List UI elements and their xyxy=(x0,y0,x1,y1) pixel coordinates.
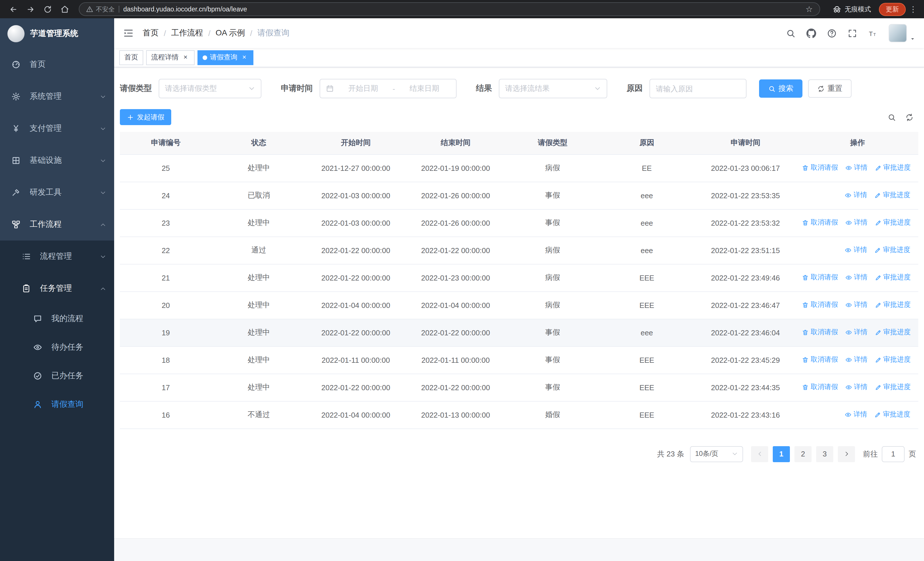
detail-link[interactable]: 详情 xyxy=(845,191,867,200)
progress-link[interactable]: 审批进度 xyxy=(874,218,910,228)
sidebar-item-task-mgmt[interactable]: 任务管理 xyxy=(0,272,114,304)
table-row[interactable]: 17 处理中 2022-01-22 00:00:00 2022-01-22 00… xyxy=(120,374,918,401)
progress-link[interactable]: 审批进度 xyxy=(874,382,910,392)
browser-menu-icon[interactable]: ⋮ xyxy=(908,5,918,14)
toggle-search-icon[interactable] xyxy=(888,113,896,122)
search-button[interactable]: 搜索 xyxy=(759,80,802,98)
table-row[interactable]: 24 已取消 2022-01-03 00:00:00 2022-01-26 00… xyxy=(120,182,918,209)
progress-link[interactable]: 审批进度 xyxy=(874,355,910,365)
cell-end: 2022-01-19 00:00:00 xyxy=(406,154,506,182)
page-button-1[interactable]: 1 xyxy=(773,446,790,462)
close-icon[interactable]: × xyxy=(240,53,248,62)
page-button-2[interactable]: 2 xyxy=(795,446,812,462)
cancel-leave-link[interactable]: 取消请假 xyxy=(802,163,838,173)
url-text[interactable]: dashboard.yudao.iocoder.cn/bpm/oa/leave xyxy=(123,6,802,12)
forward-icon[interactable] xyxy=(23,2,38,16)
sidebar-item-devtools[interactable]: 研发工具 xyxy=(0,176,114,209)
hamburger-icon[interactable] xyxy=(114,18,142,48)
progress-link[interactable]: 审批进度 xyxy=(874,300,910,310)
page-size-select[interactable]: 10条/页 xyxy=(690,446,743,462)
progress-link[interactable]: 审批进度 xyxy=(874,410,910,420)
table-row[interactable]: 22 通过 2022-01-22 00:00:00 2022-01-22 00:… xyxy=(120,236,918,264)
sidebar-item-leave-query[interactable]: 请假查询 xyxy=(0,390,114,419)
close-icon[interactable]: × xyxy=(182,53,189,62)
cancel-leave-link[interactable]: 取消请假 xyxy=(802,300,838,310)
filter-reason: 原因 xyxy=(627,79,747,98)
breadcrumb-item-workflow[interactable]: 工作流程 xyxy=(171,28,203,38)
avatar[interactable] xyxy=(889,24,907,42)
sidebar-item-todo-tasks[interactable]: 待办任务 xyxy=(0,333,114,362)
cancel-leave-link[interactable]: 取消请假 xyxy=(802,355,838,365)
cancel-leave-link[interactable]: 取消请假 xyxy=(802,273,838,283)
sidebar-item-workflow[interactable]: 工作流程 xyxy=(0,209,114,241)
detail-link[interactable]: 详情 xyxy=(845,163,867,173)
github-icon[interactable] xyxy=(801,23,821,44)
detail-link[interactable]: 详情 xyxy=(845,273,867,283)
cell-apply: 2022-01-22 23:46:47 xyxy=(694,291,797,319)
leave-type-select[interactable]: 请选择请假类型 xyxy=(159,79,261,98)
progress-link[interactable]: 审批进度 xyxy=(874,328,910,337)
detail-link[interactable]: 详情 xyxy=(845,328,867,337)
detail-link[interactable]: 详情 xyxy=(845,355,867,365)
address-bar[interactable]: 不安全 dashboard.yudao.iocoder.cn/bpm/oa/le… xyxy=(79,2,820,16)
fullscreen-icon[interactable] xyxy=(842,23,862,44)
tab-leave-query[interactable]: 请假查询× xyxy=(198,50,254,65)
breadcrumb-item-oa[interactable]: OA 示例 xyxy=(216,28,245,38)
detail-link[interactable]: 详情 xyxy=(845,410,867,420)
sidebar-item-system[interactable]: 系统管理 xyxy=(0,81,114,113)
detail-link[interactable]: 详情 xyxy=(845,245,867,255)
cancel-leave-link[interactable]: 取消请假 xyxy=(802,382,838,392)
security-warning[interactable]: 不安全 xyxy=(86,5,115,14)
detail-label: 详情 xyxy=(854,245,867,255)
table-row[interactable]: 16 不通过 2022-01-04 00:00:00 2022-01-13 00… xyxy=(120,401,918,429)
sidebar-item-label: 我的流程 xyxy=(51,314,106,324)
progress-link[interactable]: 审批进度 xyxy=(874,191,910,200)
refresh-table-icon[interactable] xyxy=(905,113,914,122)
back-icon[interactable] xyxy=(6,2,21,16)
progress-link[interactable]: 审批进度 xyxy=(874,245,910,255)
sidebar-logo[interactable]: 芋道管理系统 xyxy=(0,18,114,48)
cancel-leave-link[interactable]: 取消请假 xyxy=(802,328,838,337)
cell-apply: 2022-01-22 23:51:15 xyxy=(694,236,797,264)
table-row[interactable]: 18 处理中 2022-01-11 00:00:00 2022-01-11 00… xyxy=(120,346,918,374)
table-row[interactable]: 25 处理中 2021-12-27 00:00:00 2022-01-19 00… xyxy=(120,154,918,182)
browser-update-button[interactable]: 更新 xyxy=(879,3,906,16)
tab-home[interactable]: 首页 xyxy=(119,50,143,65)
cancel-leave-link[interactable]: 取消请假 xyxy=(802,218,838,228)
create-leave-button[interactable]: 发起请假 xyxy=(120,109,171,125)
user-menu[interactable] xyxy=(889,24,916,42)
progress-link[interactable]: 审批进度 xyxy=(874,163,910,173)
help-icon[interactable] xyxy=(821,23,842,44)
tab-process-detail[interactable]: 流程详情× xyxy=(146,50,195,65)
next-page-button[interactable] xyxy=(838,446,855,462)
prev-page-button[interactable] xyxy=(751,446,768,462)
detail-link[interactable]: 详情 xyxy=(845,300,867,310)
edit-icon xyxy=(874,192,881,199)
goto-page-input[interactable] xyxy=(882,446,904,462)
detail-link[interactable]: 详情 xyxy=(845,218,867,228)
sidebar-item-process-mgmt[interactable]: 流程管理 xyxy=(0,241,114,272)
reload-icon[interactable] xyxy=(40,2,55,16)
page-button-3[interactable]: 3 xyxy=(816,446,833,462)
sidebar-item-payment[interactable]: 支付管理 xyxy=(0,113,114,144)
reason-input[interactable] xyxy=(650,80,746,98)
result-select[interactable]: 请选择流结果 xyxy=(499,79,607,98)
home-icon[interactable] xyxy=(57,2,72,16)
sidebar-item-infra[interactable]: 基础设施 xyxy=(0,144,114,176)
table-row[interactable]: 20 处理中 2022-01-04 00:00:00 2022-01-04 00… xyxy=(120,291,918,319)
bookmark-star-icon[interactable]: ☆ xyxy=(806,5,813,13)
sidebar-item-done-tasks[interactable]: 已办任务 xyxy=(0,362,114,390)
date-range-picker[interactable]: 开始日期 - 结束日期 xyxy=(320,79,457,98)
progress-link[interactable]: 审批进度 xyxy=(874,273,910,283)
edit-icon xyxy=(874,220,882,226)
table-row[interactable]: 21 处理中 2022-01-22 00:00:00 2022-01-23 00… xyxy=(120,264,918,291)
breadcrumb-item-home[interactable]: 首页 xyxy=(142,28,159,38)
table-row[interactable]: 23 处理中 2022-01-03 00:00:00 2022-01-26 00… xyxy=(120,209,918,236)
sidebar-item-home[interactable]: 首页 xyxy=(0,48,114,81)
reset-button[interactable]: 重置 xyxy=(808,80,852,98)
font-size-icon[interactable]: TT xyxy=(862,23,883,44)
detail-link[interactable]: 详情 xyxy=(845,382,867,392)
sidebar-item-my-process[interactable]: 我的流程 xyxy=(0,304,114,333)
table-row[interactable]: 19 处理中 2022-01-22 00:00:00 2022-01-22 00… xyxy=(120,319,918,346)
search-icon[interactable] xyxy=(780,23,801,44)
